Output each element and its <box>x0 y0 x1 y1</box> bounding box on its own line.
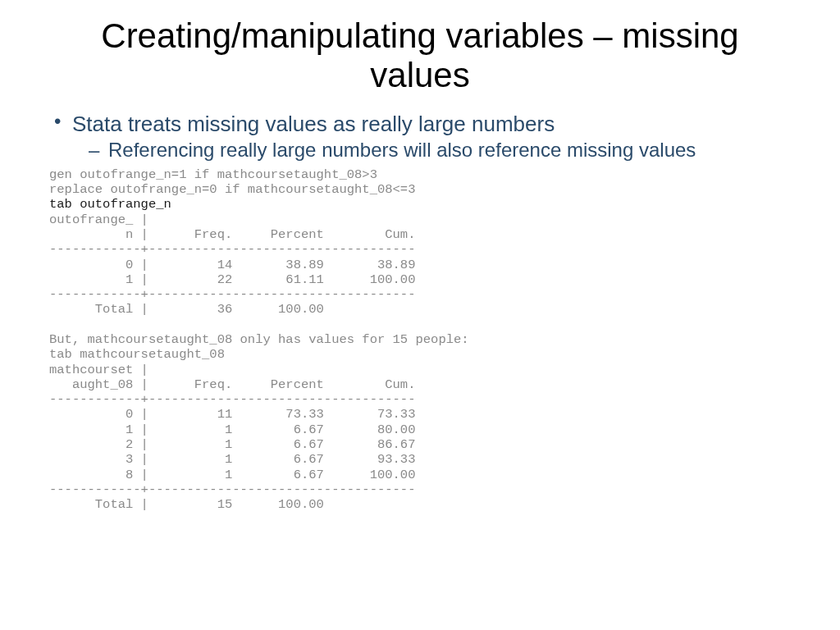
code-line: 8 | 1 6.67 100.00 <box>49 468 415 482</box>
bullet-level-2: Referencing really large numbers will al… <box>49 139 791 162</box>
code-line: mathcourset | <box>49 363 148 377</box>
code-line: n | Freq. Percent Cum. <box>49 227 415 242</box>
code-line: Total | 15 100.00 <box>49 497 324 512</box>
code-line: tab mathcoursetaught_08 <box>49 347 225 362</box>
code-line: 1 | 22 61.11 100.00 <box>49 272 415 287</box>
bullet-list: Stata treats missing values as really la… <box>49 111 791 162</box>
code-line: ------------+---------------------------… <box>49 392 415 407</box>
code-line: replace outofrange_n=0 if mathcoursetaug… <box>49 182 415 197</box>
code-line: 2 | 1 6.67 86.67 <box>49 437 415 452</box>
bullet-level-1: Stata treats missing values as really la… <box>49 111 791 138</box>
code-line: 0 | 14 38.89 38.89 <box>49 258 415 272</box>
code-line: outofrange_ | <box>49 212 148 227</box>
code-line: 0 | 11 73.33 73.33 <box>49 407 415 422</box>
code-output: gen outofrange_n=1 if mathcoursetaught_0… <box>49 167 791 512</box>
code-line: But, mathcoursetaught_08 only has values… <box>49 332 469 347</box>
code-line-command: tab outofrange_n <box>49 197 171 212</box>
code-line: aught_08 | Freq. Percent Cum. <box>49 377 415 392</box>
code-line: ------------+---------------------------… <box>49 482 415 497</box>
code-line: gen outofrange_n=1 if mathcoursetaught_0… <box>49 167 377 182</box>
code-line: 1 | 1 6.67 80.00 <box>49 422 415 437</box>
slide-title: Creating/manipulating variables – missin… <box>49 16 791 96</box>
code-line: ------------+---------------------------… <box>49 242 415 257</box>
slide-container: Creating/manipulating variables – missin… <box>0 0 840 630</box>
code-line: ------------+---------------------------… <box>49 287 415 302</box>
code-line: Total | 36 100.00 <box>49 302 324 317</box>
code-line: 3 | 1 6.67 93.33 <box>49 452 415 467</box>
